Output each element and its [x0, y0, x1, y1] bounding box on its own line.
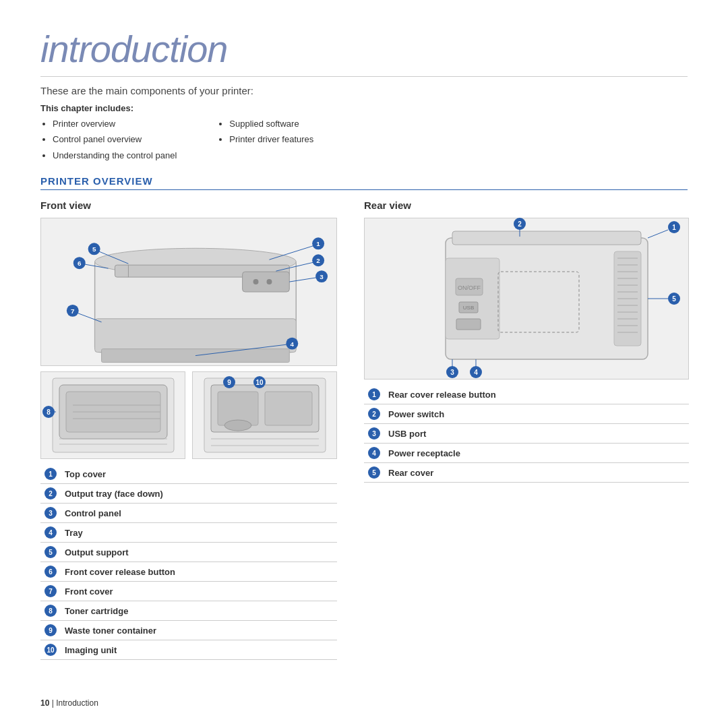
- part-badge: 3: [40, 504, 61, 523]
- svg-line-70: [648, 230, 668, 238]
- part-badge: 2: [364, 404, 384, 424]
- front-part-row: 6 Front cover release button: [40, 562, 337, 582]
- front-parts-table: 1 Top cover 2 Output tray (face down) 3 …: [40, 464, 337, 660]
- front-part-row: 8 Toner cartridge: [40, 601, 337, 621]
- svg-text:4: 4: [291, 340, 295, 348]
- svg-text:1: 1: [672, 224, 676, 231]
- svg-line-9: [269, 245, 316, 260]
- front-printer-svg: 1 2 3 4 5 6: [41, 218, 336, 366]
- part-badge: 5: [364, 463, 384, 483]
- part-label: Output tray (face down): [61, 484, 337, 504]
- part-badge: 4: [364, 444, 384, 463]
- rear-printer-svg: ON/OFF USB 1 2 5: [365, 218, 688, 380]
- svg-text:USB: USB: [463, 305, 474, 311]
- footer-label: Introduction: [56, 698, 98, 708]
- part-badge: 7: [40, 582, 61, 601]
- part-badge: 1: [364, 385, 384, 404]
- svg-text:3: 3: [450, 369, 454, 376]
- svg-rect-68: [456, 319, 481, 330]
- section-title: PRINTER OVERVIEW: [40, 175, 688, 190]
- front-part-row: 2 Output tray (face down): [40, 484, 337, 504]
- part-label: Toner cartridge: [61, 601, 337, 621]
- part-label: Output support: [61, 543, 337, 562]
- chapter-lists: Printer overview Control panel overview …: [40, 116, 688, 163]
- chapter-includes: This chapter includes: Printer overview …: [40, 103, 688, 163]
- part-label: Rear cover release button: [384, 385, 689, 404]
- part-label: Power receptacle: [384, 444, 689, 463]
- chapter-item: Understanding the control panel: [53, 148, 177, 163]
- svg-text:2: 2: [518, 220, 522, 228]
- svg-text:2: 2: [316, 257, 320, 264]
- page-title: introduction: [40, 27, 688, 77]
- front-part-row: 10 Imaging unit: [40, 640, 337, 660]
- part-badge: 6: [40, 562, 61, 582]
- part-badge: 2: [40, 484, 61, 504]
- part-label: Control panel: [61, 504, 337, 523]
- part-badge: 9: [40, 621, 61, 640]
- rear-view-section: Rear view: [364, 200, 689, 671]
- rear-part-row: 4 Power receptacle: [364, 444, 689, 463]
- front-part-row: 4 Tray: [40, 523, 337, 543]
- part-badge: 3: [364, 424, 384, 444]
- part-label: Front cover: [61, 582, 337, 601]
- part-label: Front cover release button: [61, 562, 337, 582]
- front-part-row: 7 Front cover: [40, 582, 337, 601]
- front-view-bottom-diagrams: 8 8: [40, 371, 337, 459]
- rear-part-row: 1 Rear cover release button: [364, 385, 689, 404]
- rear-part-row: 5 Rear cover: [364, 463, 689, 483]
- page-subtitle: These are the main components of your pr…: [40, 85, 688, 96]
- svg-text:ON/OFF: ON/OFF: [458, 284, 481, 291]
- part-badge: 10: [40, 640, 61, 660]
- svg-text:7: 7: [71, 307, 75, 315]
- page-footer: 10 | Introduction: [40, 698, 98, 708]
- chapter-item: Control panel overview: [53, 131, 177, 147]
- part-label: Top cover: [61, 464, 337, 484]
- rear-parts-table: 1 Rear cover release button 2 Power swit…: [364, 385, 689, 483]
- svg-point-5: [266, 279, 272, 284]
- rear-part-row: 2 Power switch: [364, 404, 689, 424]
- front-part-row: 9 Waste toner container: [40, 621, 337, 640]
- front-part-row: 1 Top cover: [40, 464, 337, 484]
- part-label: USB port: [384, 424, 689, 444]
- part-label: Waste toner container: [61, 621, 337, 640]
- part-label: Rear cover: [384, 463, 689, 483]
- part-badge: 5: [40, 543, 61, 562]
- part-label: Tray: [61, 523, 337, 543]
- views-container: Front view: [40, 200, 688, 671]
- chapter-item: Printer driver features: [229, 131, 313, 147]
- svg-point-4: [253, 279, 259, 284]
- part-label: Power switch: [384, 404, 689, 424]
- svg-rect-49: [452, 231, 641, 245]
- front-part-row: 5 Output support: [40, 543, 337, 562]
- front-view-top-diagram: 1 2 3 4 5 6: [40, 218, 337, 366]
- front-view-section: Front view: [40, 200, 337, 671]
- part-badge: 1: [40, 464, 61, 484]
- front-view-bottom-right: 9 10: [192, 371, 337, 459]
- chapter-item: Printer overview: [53, 116, 177, 131]
- svg-text:6: 6: [78, 260, 82, 267]
- svg-text:5: 5: [672, 295, 676, 303]
- rear-part-row: 3 USB port: [364, 424, 689, 444]
- svg-text:3: 3: [320, 273, 324, 280]
- front-view-title: Front view: [40, 200, 337, 211]
- chapter-list-right: Supplied software Printer driver feature…: [217, 116, 313, 163]
- footer-page-number: 10: [40, 698, 49, 708]
- svg-text:4: 4: [474, 369, 478, 376]
- front-view-bottom-left: 8 8: [40, 371, 185, 459]
- part-label: Imaging unit: [61, 640, 337, 660]
- svg-rect-44: [265, 392, 312, 425]
- part-badge: 4: [40, 523, 61, 543]
- svg-point-45: [224, 420, 251, 431]
- part-badge: 8: [40, 601, 61, 621]
- front-part-row: 3 Control panel: [40, 504, 337, 523]
- toner-svg: 8: [46, 371, 181, 459]
- chapter-label: This chapter includes:: [40, 103, 688, 113]
- svg-text:5: 5: [92, 245, 96, 253]
- svg-text:1: 1: [316, 240, 320, 247]
- svg-rect-3: [243, 272, 290, 292]
- rear-view-title: Rear view: [364, 200, 689, 211]
- chapter-list-left: Printer overview Control panel overview …: [40, 116, 177, 163]
- chapter-item: Supplied software: [229, 116, 313, 131]
- svg-rect-7: [102, 349, 290, 363]
- rear-view-diagram: ON/OFF USB 1 2 5: [364, 218, 689, 380]
